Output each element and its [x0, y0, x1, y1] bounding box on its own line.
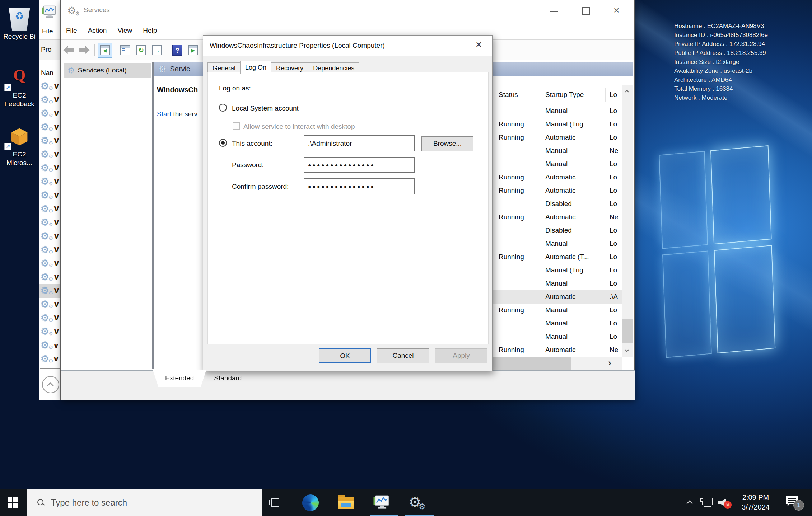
view-tab[interactable]: Extended — [153, 370, 206, 387]
menu-item[interactable]: View — [112, 27, 137, 34]
taskbar-services-button[interactable]: ⚙⚙ — [408, 494, 426, 512]
column-header-startup-type[interactable]: Startup Type — [545, 91, 584, 99]
dialog-tab[interactable]: Log On — [240, 61, 271, 74]
taskbar-explorer-button[interactable] — [337, 494, 355, 512]
dialog-close-button[interactable]: × — [470, 36, 490, 54]
account-field[interactable] — [304, 135, 415, 151]
service-row[interactable]: ⚙ ⚙ V — [39, 148, 60, 161]
menu-item[interactable]: File — [61, 27, 83, 34]
taskbar-edge-button[interactable] — [302, 494, 319, 512]
service-row[interactable]: ⚙ ⚙ V — [39, 284, 60, 298]
table-row[interactable]: Running Automatic Lo — [493, 171, 622, 184]
background-window[interactable]: File Pro Nan ⚙ ⚙ V ⚙ ⚙ V ⚙ — [39, 0, 60, 400]
scrollbar-thumb[interactable] — [622, 319, 633, 343]
scroll-right-icon[interactable]: › — [608, 357, 611, 369]
service-row[interactable]: ⚙ ⚙ v — [39, 339, 60, 352]
service-row[interactable]: ⚙ ⚙ V — [39, 243, 60, 257]
service-row[interactable]: ⚙ ⚙ V — [39, 189, 60, 202]
table-row[interactable]: Running Automatic (T... Lo — [493, 250, 622, 264]
back-button[interactable] — [61, 43, 76, 58]
start-service-link[interactable]: Start — [157, 110, 171, 118]
properties-button[interactable] — [118, 43, 132, 58]
view-tab[interactable]: Standard — [202, 370, 254, 387]
tray-clock[interactable]: 2:09 PM 3/7/2024 — [737, 493, 775, 512]
scroll-down-icon[interactable] — [622, 344, 633, 357]
table-row[interactable]: Running Manual (Trig... Lo — [493, 118, 622, 131]
start-service-button[interactable]: ▶ — [186, 43, 200, 58]
table-row[interactable]: Running Automatic Ne — [493, 211, 622, 224]
service-row[interactable]: ⚙ ⚙ V — [39, 311, 60, 325]
refresh-button[interactable]: ↻ — [134, 43, 148, 58]
table-row[interactable]: Running Manual Lo — [493, 304, 622, 317]
column-separator[interactable] — [605, 88, 606, 102]
scroll-up-chevron-icon[interactable] — [42, 376, 59, 393]
start-button[interactable] — [0, 489, 26, 516]
name-column-header[interactable]: Nan — [41, 69, 53, 77]
service-row[interactable]: ⚙ ⚙ V — [39, 298, 60, 311]
export-list-button[interactable]: → — [150, 43, 164, 58]
service-row[interactable]: ⚙ ⚙ V — [39, 121, 60, 134]
tree-item-services-local[interactable]: ⚙ Services (Local) — [64, 63, 151, 78]
scroll-up-icon[interactable] — [622, 85, 633, 98]
table-row[interactable]: Running Automatic Ne — [493, 343, 622, 357]
service-row[interactable]: ⚙ ⚙ V — [39, 93, 60, 107]
ok-button[interactable]: OK — [319, 348, 371, 363]
tray-volume-muted-icon[interactable]: × — [718, 497, 734, 509]
forward-button[interactable] — [77, 43, 92, 58]
desktop-icon-ec2-microsoft[interactable]: ↗ EC2 Micros... — [0, 126, 39, 167]
service-row[interactable]: ⚙ ⚙ V — [39, 230, 60, 243]
show-console-tree-button[interactable]: ◀ — [98, 43, 112, 58]
this-account-label[interactable]: This account: — [232, 140, 272, 147]
table-row[interactable]: Manual Lo — [493, 237, 622, 250]
table-row[interactable]: Manual Lo — [493, 277, 622, 290]
service-row[interactable]: ⚙ ⚙ V — [39, 161, 60, 175]
table-row[interactable]: Disabled Lo — [493, 224, 622, 237]
tray-network-icon[interactable] — [700, 498, 714, 508]
column-header-logon-as[interactable]: Lo — [610, 91, 617, 99]
tray-show-hidden-icons[interactable] — [685, 498, 696, 508]
service-row[interactable]: ⚙ ⚙ V — [39, 271, 60, 284]
service-row[interactable]: ⚙ ⚙ V — [39, 202, 60, 216]
minimize-button[interactable] — [542, 0, 566, 21]
menu-item[interactable]: Help — [137, 27, 162, 34]
service-row[interactable]: ⚙ ⚙ v — [39, 352, 60, 366]
table-row[interactable]: Manual Ne — [493, 144, 622, 158]
taskbar-search[interactable] — [27, 489, 262, 516]
table-row[interactable]: Automatic .\A — [493, 290, 622, 304]
services-titlebar[interactable]: ⚙ ⚙ Services × — [61, 0, 634, 21]
table-row[interactable]: Manual Lo — [493, 317, 622, 330]
service-row[interactable]: ⚙ ⚙ V — [39, 257, 60, 271]
service-row[interactable]: ⚙ ⚙ V — [39, 175, 60, 189]
table-row[interactable]: Running Automatic Lo — [493, 184, 622, 197]
close-button[interactable]: × — [607, 0, 631, 21]
confirm-password-field[interactable]: ●●●●●●●●●●●●●●● — [304, 178, 415, 194]
column-header-status[interactable]: Status — [499, 91, 518, 99]
local-system-radio[interactable] — [219, 104, 227, 112]
dialog-titlebar[interactable]: WindowsChaosInfrastructure Properties (L… — [203, 36, 492, 56]
service-row[interactable]: ⚙ ⚙ V — [39, 107, 60, 121]
action-center-button[interactable]: 1 — [786, 496, 805, 511]
column-separator[interactable] — [540, 88, 540, 102]
help-button[interactable]: ? — [170, 43, 185, 58]
table-row[interactable]: Manual Lo — [493, 330, 622, 343]
service-row[interactable]: ⚙ ⚙ V — [39, 134, 60, 148]
cancel-button[interactable]: Cancel — [377, 348, 429, 363]
table-row[interactable]: Disabled Lo — [493, 197, 622, 211]
table-row[interactable]: Manual (Trig... Lo — [493, 264, 622, 277]
browse-button[interactable]: Browse... — [421, 136, 473, 151]
this-account-radio[interactable] — [219, 139, 227, 147]
task-view-button[interactable] — [270, 497, 281, 508]
table-row[interactable]: Running Automatic Lo — [493, 131, 622, 144]
table-row[interactable]: Manual Lo — [493, 158, 622, 171]
local-system-label[interactable]: Local System account — [232, 104, 299, 112]
taskbar-perfmon-button[interactable] — [373, 494, 391, 512]
service-row[interactable]: ⚙ ⚙ V — [39, 216, 60, 230]
password-field[interactable]: ●●●●●●●●●●●●●●● — [304, 157, 415, 173]
vertical-scrollbar[interactable] — [622, 85, 633, 357]
menu-item-file[interactable]: File — [42, 27, 53, 35]
menu-item[interactable]: Action — [83, 27, 112, 34]
maximize-button[interactable] — [575, 0, 598, 21]
desktop-icon-ec2-feedback[interactable]: Q ↗ EC2 Feedback — [0, 67, 39, 108]
search-input[interactable] — [51, 498, 238, 508]
service-row[interactable]: ⚙ ⚙ V — [39, 325, 60, 339]
